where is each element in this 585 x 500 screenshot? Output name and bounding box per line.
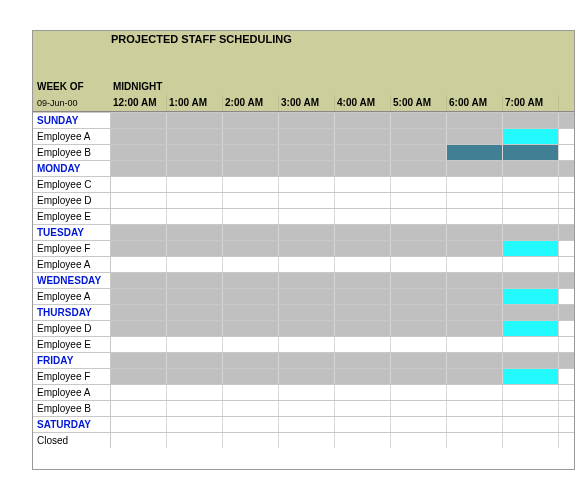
time-slot xyxy=(335,417,391,432)
time-slot xyxy=(391,225,447,240)
time-slot xyxy=(503,193,559,208)
time-slot xyxy=(391,129,447,144)
time-slot xyxy=(279,257,335,272)
time-slot xyxy=(335,321,391,336)
time-slot xyxy=(111,433,167,448)
time-slot xyxy=(335,161,391,176)
employee-row: Employee B xyxy=(33,400,574,416)
time-slot xyxy=(167,193,223,208)
day-row: TUESDAY xyxy=(33,224,574,240)
time-slot xyxy=(223,129,279,144)
time-slot xyxy=(111,161,167,176)
time-slot xyxy=(167,337,223,352)
time-slot xyxy=(111,385,167,400)
time-slot xyxy=(223,193,279,208)
hour-header: 6:00 AM xyxy=(447,95,503,111)
employee-row: Employee E xyxy=(33,336,574,352)
row-label: MONDAY xyxy=(33,161,111,176)
time-slot xyxy=(503,289,559,304)
time-slot xyxy=(503,401,559,416)
time-slot xyxy=(279,417,335,432)
row-label: SUNDAY xyxy=(33,113,111,128)
time-slot xyxy=(335,305,391,320)
day-row: WEDNESDAY xyxy=(33,272,574,288)
time-slot xyxy=(391,209,447,224)
time-slot xyxy=(223,113,279,128)
closed-row: Closed xyxy=(33,432,574,448)
time-slot xyxy=(279,321,335,336)
time-slot xyxy=(223,225,279,240)
time-slot xyxy=(111,241,167,256)
time-slot xyxy=(391,273,447,288)
time-slot xyxy=(503,305,559,320)
time-slot xyxy=(111,417,167,432)
trailing-bar xyxy=(559,113,574,128)
time-slot xyxy=(335,337,391,352)
time-slot xyxy=(335,401,391,416)
time-slot xyxy=(223,305,279,320)
row-label: Employee B xyxy=(33,401,111,416)
time-slot xyxy=(223,433,279,448)
time-slot xyxy=(335,273,391,288)
time-slot xyxy=(167,225,223,240)
time-slot xyxy=(447,145,503,160)
time-slot xyxy=(111,113,167,128)
time-slot xyxy=(447,161,503,176)
time-slot xyxy=(391,417,447,432)
time-slot xyxy=(447,433,503,448)
time-slot xyxy=(503,209,559,224)
employee-row: Employee A xyxy=(33,128,574,144)
time-slot xyxy=(447,337,503,352)
time-slot xyxy=(111,257,167,272)
time-slot xyxy=(111,193,167,208)
time-slot xyxy=(391,385,447,400)
time-slot xyxy=(447,273,503,288)
midnight-row: WEEK OF MIDNIGHT xyxy=(33,79,574,95)
time-slot xyxy=(335,225,391,240)
employee-row: Employee A xyxy=(33,384,574,400)
title: PROJECTED STAFF SCHEDULING xyxy=(33,31,574,47)
time-slot xyxy=(279,193,335,208)
time-slot xyxy=(279,385,335,400)
row-label: SATURDAY xyxy=(33,417,111,432)
time-slot xyxy=(503,273,559,288)
row-label: Employee A xyxy=(33,257,111,272)
time-slot xyxy=(111,129,167,144)
schedule-frame: PROJECTED STAFF SCHEDULING WEEK OF MIDNI… xyxy=(32,30,575,470)
time-slot xyxy=(335,353,391,368)
time-slot xyxy=(111,177,167,192)
time-slot xyxy=(167,433,223,448)
time-slot xyxy=(167,145,223,160)
row-label: Employee D xyxy=(33,193,111,208)
time-slot xyxy=(279,161,335,176)
time-slot xyxy=(111,353,167,368)
row-label: Employee A xyxy=(33,289,111,304)
time-slot xyxy=(279,225,335,240)
time-slot xyxy=(391,177,447,192)
time-slot xyxy=(503,369,559,384)
time-slot xyxy=(503,113,559,128)
time-slot xyxy=(279,129,335,144)
time-slot xyxy=(167,289,223,304)
time-slot xyxy=(223,321,279,336)
week-of-date: 09-Jun-00 xyxy=(33,95,111,111)
time-slot xyxy=(503,337,559,352)
time-slot xyxy=(447,241,503,256)
time-slot xyxy=(279,241,335,256)
trailing-bar xyxy=(559,305,574,320)
time-slot xyxy=(391,257,447,272)
time-slot xyxy=(391,241,447,256)
time-slot xyxy=(447,129,503,144)
time-slot xyxy=(391,193,447,208)
employee-row: Employee B xyxy=(33,144,574,160)
employee-row: Employee A xyxy=(33,288,574,304)
time-slot xyxy=(335,241,391,256)
hours-row: 09-Jun-00 12:00 AM 1:00 AM 2:00 AM 3:00 … xyxy=(33,95,574,111)
time-slot xyxy=(503,417,559,432)
time-slot xyxy=(111,337,167,352)
time-slot xyxy=(223,209,279,224)
hour-header: 1:00 AM xyxy=(167,95,223,111)
time-slot xyxy=(167,417,223,432)
time-slot xyxy=(223,401,279,416)
time-slot xyxy=(335,177,391,192)
